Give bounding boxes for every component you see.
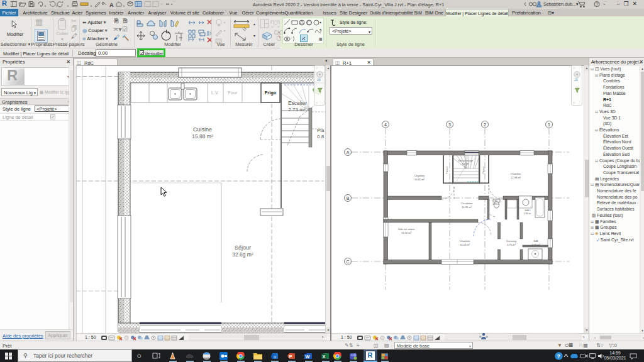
svg-text:32.6g m²: 32.6g m² xyxy=(232,251,253,258)
svg-text:15.88 m²: 15.88 m² xyxy=(192,133,213,140)
svg-text:4: 4 xyxy=(384,123,387,127)
svg-text:0.93 m²: 0.93 m² xyxy=(493,203,500,206)
svg-text:B: B xyxy=(347,196,350,200)
svg-text:SdB 1: SdB 1 xyxy=(525,209,531,212)
svg-text:1: 1 xyxy=(548,123,550,127)
svg-text:P: P xyxy=(289,354,292,359)
svg-text:12.38 m²: 12.38 m² xyxy=(511,176,521,179)
svg-text:Chambre: Chambre xyxy=(460,239,470,243)
svg-text:Placard: Placard xyxy=(446,167,448,173)
svg-text:2.73 m²: 2.73 m² xyxy=(288,107,305,112)
svg-text:Vide sur séjour: Vide sur séjour xyxy=(398,228,415,231)
svg-text:Séjour: Séjour xyxy=(235,244,251,251)
svg-text:Placard: Placard xyxy=(482,167,485,173)
svg-text:4.75 m²: 4.75 m² xyxy=(507,243,516,246)
svg-text:X: X xyxy=(323,354,326,359)
svg-text:Cuisine: Cuisine xyxy=(193,126,212,133)
svg-text:0.8: 0.8 xyxy=(317,134,325,140)
svg-text:C: C xyxy=(346,260,349,264)
svg-text:W: W xyxy=(306,354,311,359)
svg-text:Dressing: Dressing xyxy=(506,239,516,243)
svg-text:Circulation: Circulation xyxy=(461,202,473,205)
svg-text:?: ? xyxy=(557,353,561,359)
svg-text:14.65 m²: 14.65 m² xyxy=(414,178,425,181)
svg-text:Pla: Pla xyxy=(317,128,325,133)
svg-text:Vide sur escalier: Vide sur escalier xyxy=(458,160,473,162)
svg-text:A: A xyxy=(347,150,350,155)
svg-text:3: 3 xyxy=(448,123,451,127)
svg-text:4.01 m²: 4.01 m² xyxy=(462,163,469,165)
svg-text:o: o xyxy=(274,354,276,359)
svg-text:4.06 m²: 4.06 m² xyxy=(531,243,540,246)
svg-text:0.90 m²: 0.90 m² xyxy=(524,212,532,215)
svg-text:Frigo: Frigo xyxy=(265,90,277,96)
svg-text:2: 2 xyxy=(484,123,486,127)
svg-text:Chambre: Chambre xyxy=(511,172,521,175)
svg-text:?: ? xyxy=(596,2,599,6)
svg-text:Chambre: Chambre xyxy=(414,174,425,177)
svg-text:L.V.: L.V. xyxy=(211,90,219,95)
svg-text:10.35 m²: 10.35 m² xyxy=(462,206,472,209)
svg-text:SdB: SdB xyxy=(533,239,538,243)
svg-text:WC: WC xyxy=(494,200,498,202)
svg-text:13.30 m²: 13.30 m² xyxy=(401,231,411,234)
svg-text:14.53 m²: 14.53 m² xyxy=(460,243,470,246)
svg-text:Four: Four xyxy=(228,90,238,95)
